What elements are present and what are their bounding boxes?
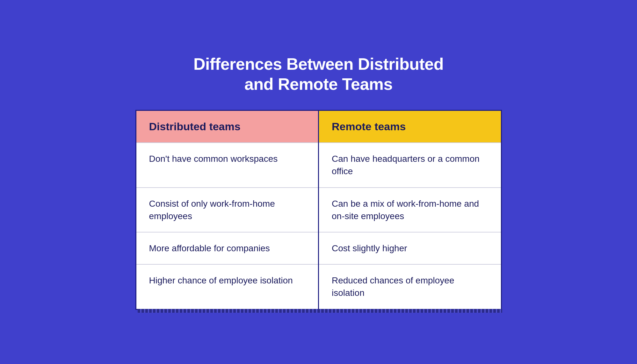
row-2-col1: Consist of only work-from-home employees: [136, 188, 319, 232]
comparison-table: Distributed teams Remote teams Don't hav…: [135, 110, 502, 310]
row-3-col1: More affordable for companies: [136, 232, 319, 264]
row-4-col1: Higher chance of employee isolation: [136, 264, 319, 309]
col2-header: Remote teams: [319, 111, 501, 143]
row-1-col2: Can have headquarters or a common office: [319, 143, 501, 187]
row-3-col2: Cost slightly higher: [319, 232, 501, 264]
row-4-col2: Reduced chances of employee isolation: [319, 264, 501, 309]
table-row: Don't have common workspacesCan have hea…: [136, 143, 501, 187]
col1-header: Distributed teams: [136, 111, 319, 143]
table-row: Consist of only work-from-home employees…: [136, 188, 501, 232]
page-title: Differences Between Distributed and Remo…: [193, 54, 444, 94]
row-1-col1: Don't have common workspaces: [136, 143, 319, 187]
table-row: More affordable for companiesCost slight…: [136, 232, 501, 264]
table-shadow: [138, 309, 502, 313]
row-2-col2: Can be a mix of work-from-home and on-si…: [319, 188, 501, 232]
table-row: Higher chance of employee isolationReduc…: [136, 264, 501, 309]
